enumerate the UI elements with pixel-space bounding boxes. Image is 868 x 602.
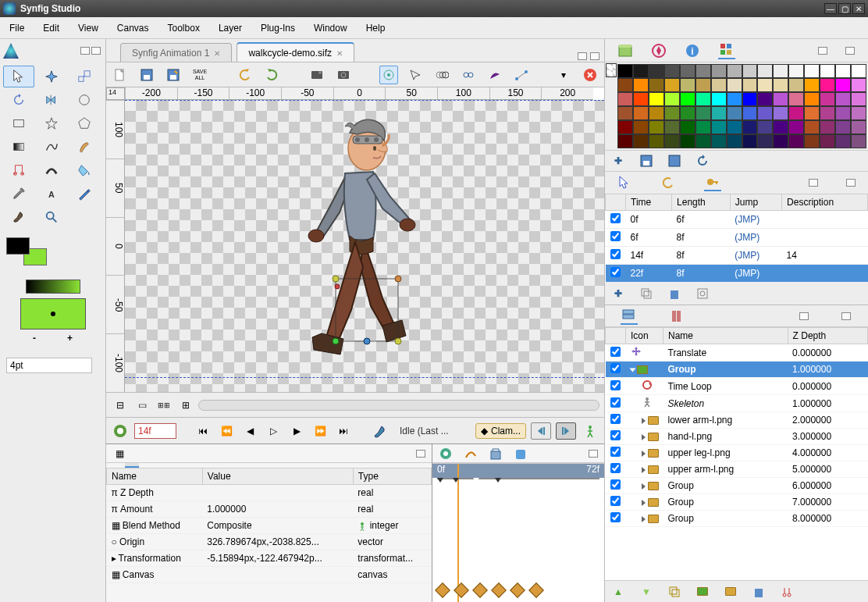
palette-color[interactable]: [851, 78, 866, 92]
clamp-toggle[interactable]: ◆ Clam...: [475, 423, 526, 439]
navigator-tab[interactable]: [650, 42, 667, 59]
palette-color[interactable]: [617, 64, 633, 78]
menu-canvas[interactable]: Canvas: [108, 23, 158, 34]
kf-jump-link[interactable]: (JMP): [735, 250, 760, 261]
smooth-move-tool[interactable]: [36, 66, 67, 87]
save-button[interactable]: [137, 66, 156, 84]
seek-start-button[interactable]: ⏮: [194, 422, 212, 440]
draw-tool[interactable]: [69, 136, 100, 158]
palette-color[interactable]: [757, 106, 773, 120]
menu-layer[interactable]: Layer: [209, 23, 251, 34]
width-tool[interactable]: [36, 159, 67, 181]
current-time-input[interactable]: [134, 423, 176, 439]
menu-file[interactable]: File: [0, 23, 34, 34]
layer-visible-checkbox[interactable]: [610, 463, 621, 473]
palette-color[interactable]: [804, 134, 820, 148]
waypoint[interactable]: [510, 582, 525, 598]
menu-edit[interactable]: Edit: [34, 23, 69, 34]
palette-color[interactable]: [757, 92, 773, 106]
palette-color[interactable]: [804, 120, 820, 134]
palette-color[interactable]: [680, 120, 695, 134]
palette-color[interactable]: [711, 78, 727, 92]
palette-color[interactable]: [695, 92, 711, 106]
palette-color[interactable]: [773, 92, 788, 106]
palette-color[interactable]: [851, 120, 866, 134]
close-button[interactable]: ✕: [852, 3, 865, 14]
dock-handle[interactable]: [578, 52, 587, 60]
palette-color[interactable]: [835, 106, 851, 120]
menu-view[interactable]: View: [69, 23, 108, 34]
curves-button[interactable]: [486, 66, 504, 84]
palette-color[interactable]: [727, 134, 742, 148]
palette-color[interactable]: [649, 78, 664, 92]
menu-plug-ins[interactable]: Plug-Ins: [251, 23, 304, 34]
palette-color[interactable]: [680, 106, 695, 120]
palette-color[interactable]: [757, 64, 773, 78]
palette-color[interactable]: [633, 92, 649, 106]
palette-color[interactable]: [788, 64, 804, 78]
layer-visible-checkbox[interactable]: [610, 496, 621, 506]
decrease-button[interactable]: -: [33, 333, 36, 344]
palette-color[interactable]: [664, 78, 680, 92]
palette-color[interactable]: [742, 92, 758, 106]
fill-tool[interactable]: [69, 159, 100, 181]
handles-mode-button[interactable]: [512, 66, 531, 84]
palette-color[interactable]: [773, 134, 788, 148]
waypoint[interactable]: [454, 582, 469, 598]
param-row[interactable]: ▦ Blend MethodComposite integer: [107, 518, 432, 534]
param-row[interactable]: ▦ Canvascanvas: [107, 567, 432, 583]
polygon-tool[interactable]: [69, 112, 100, 134]
layer-row[interactable]: Group1.000000: [606, 362, 868, 378]
kf-active-checkbox[interactable]: [610, 267, 621, 277]
keyframe-row[interactable]: 14f8f(JMP)14: [606, 247, 868, 265]
link-points-button[interactable]: [459, 66, 478, 84]
rotate-tool[interactable]: [3, 89, 34, 111]
seek-back-button[interactable]: ◀: [240, 422, 259, 440]
palette-color[interactable]: [742, 120, 758, 134]
palette-color[interactable]: [773, 64, 788, 78]
palette-color[interactable]: [649, 120, 664, 134]
keyframe-row[interactable]: 0f6f(JMP): [606, 211, 868, 229]
sets-tab-icon[interactable]: [512, 445, 529, 462]
palette-color[interactable]: [742, 64, 758, 78]
brush-tool[interactable]: [3, 206, 34, 228]
layer-row[interactable]: upper arm-l.png5.000000: [606, 461, 868, 478]
param-row[interactable]: π Amount1.000000real: [107, 501, 432, 518]
document-tab[interactable]: walkcycle-demo.sifz✕: [237, 42, 354, 62]
palette-color[interactable]: [804, 64, 820, 78]
library-tab-icon[interactable]: [669, 308, 686, 325]
dock-handle[interactable]: [841, 312, 851, 320]
palette-color[interactable]: [851, 64, 866, 78]
layer-row[interactable]: Group6.000000: [606, 478, 868, 494]
eyedrop-tool[interactable]: [3, 183, 34, 205]
palette-color[interactable]: [727, 106, 742, 120]
palette-color[interactable]: [617, 120, 633, 134]
palette-color[interactable]: [773, 78, 788, 92]
layer-delete-button[interactable]: [750, 583, 767, 600]
palette-color[interactable]: [742, 134, 758, 148]
zoom-100-button[interactable]: ⊞⊞: [155, 396, 173, 415]
layer-new-button[interactable]: [722, 583, 739, 600]
layer-cut-button[interactable]: [778, 583, 795, 600]
document-tab[interactable]: Synfig Animation 1✕: [120, 43, 232, 62]
layers-tab-icon[interactable]: [621, 308, 638, 325]
seek-end-button[interactable]: ⏭: [334, 422, 353, 440]
layer-row[interactable]: upper leg-l.png4.000000: [606, 445, 868, 461]
palette-color[interactable]: [788, 120, 804, 134]
palette-color[interactable]: [757, 78, 773, 92]
select-points-button[interactable]: [406, 66, 425, 84]
new-file-button[interactable]: [111, 66, 130, 84]
palette-color[interactable]: [695, 134, 711, 148]
palette-color[interactable]: [757, 134, 773, 148]
kf-remove-button[interactable]: [666, 285, 683, 302]
animate-toggle[interactable]: [111, 422, 130, 440]
palette-color[interactable]: [820, 78, 835, 92]
palette-color[interactable]: [727, 78, 742, 92]
timeline-track[interactable]: 0f72f: [432, 463, 604, 602]
spline-tool[interactable]: [36, 136, 67, 158]
kf-jump-link[interactable]: (JMP): [735, 268, 760, 279]
zoom-fit-button[interactable]: ▭: [133, 396, 151, 415]
palette-color[interactable]: [851, 134, 866, 148]
layer-raise-button[interactable]: ▲: [610, 583, 627, 600]
palette-color[interactable]: [649, 106, 664, 120]
